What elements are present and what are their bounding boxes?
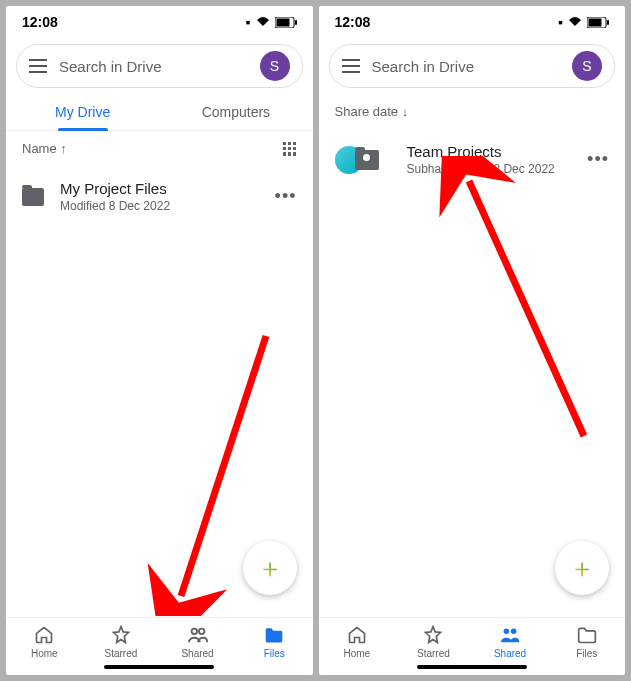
files-icon: [264, 626, 284, 644]
nav-label: Files: [264, 648, 285, 659]
files-icon: [577, 626, 597, 644]
nav-starred[interactable]: Starred: [83, 624, 160, 659]
home-icon: [347, 625, 367, 645]
nav-label: Home: [343, 648, 370, 659]
status-time: 12:08: [335, 14, 371, 30]
menu-icon[interactable]: [342, 59, 360, 73]
status-bar: 12:08 ▪: [6, 6, 313, 38]
fab-button[interactable]: ＋: [555, 541, 609, 595]
nav-shared[interactable]: Shared: [472, 624, 549, 659]
nav-shared[interactable]: Shared: [159, 624, 236, 659]
battery-icon: [275, 17, 297, 28]
nav-label: Starred: [417, 648, 450, 659]
tabs: My Drive Computers: [6, 94, 313, 131]
svg-rect-1: [276, 18, 289, 26]
nav-label: Shared: [494, 648, 526, 659]
svg-rect-7: [589, 18, 602, 26]
phone-left: 12:08 ▪ Search in Drive S My Drive Compu…: [6, 6, 313, 675]
svg-point-10: [504, 629, 510, 635]
sort-label[interactable]: Share date ↓: [335, 104, 409, 119]
svg-point-5: [198, 629, 204, 635]
search-placeholder: Search in Drive: [59, 58, 248, 75]
nav-starred[interactable]: Starred: [395, 624, 472, 659]
svg-rect-2: [295, 20, 297, 25]
home-indicator: [417, 665, 527, 669]
bottom-nav: Home Starred Shared Files: [6, 617, 313, 661]
plus-icon: ＋: [257, 551, 283, 586]
signal-icon: ▪: [558, 14, 563, 30]
file-item[interactable]: Team Projects Subham Stark • 8 Dec 2022 …: [319, 129, 626, 190]
file-item[interactable]: My Project Files Modified 8 Dec 2022 •••: [6, 166, 313, 227]
status-bar: 12:08 ▪: [319, 6, 626, 38]
search-placeholder: Search in Drive: [372, 58, 561, 75]
file-meta: Modified 8 Dec 2022: [60, 199, 259, 213]
shared-icon: [187, 625, 209, 645]
shared-icon: [499, 625, 521, 645]
svg-rect-8: [607, 20, 609, 25]
sort-label[interactable]: Name ↑: [22, 141, 67, 156]
nav-home[interactable]: Home: [6, 624, 83, 659]
fab-button[interactable]: ＋: [243, 541, 297, 595]
plus-icon: ＋: [569, 551, 595, 586]
signal-icon: ▪: [246, 14, 251, 30]
search-bar[interactable]: Search in Drive S: [329, 44, 616, 88]
nav-label: Home: [31, 648, 58, 659]
nav-label: Starred: [105, 648, 138, 659]
phone-right: 12:08 ▪ Search in Drive S Share date ↓ T…: [319, 6, 626, 675]
svg-point-11: [511, 629, 517, 635]
avatar[interactable]: S: [260, 51, 290, 81]
tab-my-drive[interactable]: My Drive: [6, 94, 159, 130]
sort-row: Share date ↓: [319, 94, 626, 129]
nav-files[interactable]: Files: [236, 624, 313, 659]
wifi-icon: [255, 16, 271, 28]
home-indicator: [104, 665, 214, 669]
tab-computers[interactable]: Computers: [159, 94, 312, 130]
file-info: My Project Files Modified 8 Dec 2022: [60, 180, 259, 213]
menu-icon[interactable]: [29, 59, 47, 73]
status-time: 12:08: [22, 14, 58, 30]
avatar[interactable]: S: [572, 51, 602, 81]
more-icon[interactable]: •••: [275, 186, 297, 207]
nav-home[interactable]: Home: [319, 624, 396, 659]
nav-label: Files: [576, 648, 597, 659]
search-bar[interactable]: Search in Drive S: [16, 44, 303, 88]
svg-point-4: [191, 629, 197, 635]
wifi-icon: [567, 16, 583, 28]
star-icon: [423, 625, 443, 645]
file-meta: Subham Stark • 8 Dec 2022: [407, 162, 572, 176]
star-icon: [111, 625, 131, 645]
shared-folder-icon: [355, 150, 379, 170]
folder-icon: [22, 188, 44, 206]
home-icon: [34, 625, 54, 645]
nav-files[interactable]: Files: [548, 624, 625, 659]
file-name: My Project Files: [60, 180, 259, 197]
view-toggle-icon[interactable]: [283, 142, 297, 156]
bottom-nav: Home Starred Shared Files: [319, 617, 626, 661]
nav-label: Shared: [181, 648, 213, 659]
file-name: Team Projects: [407, 143, 572, 160]
sort-row: Name ↑: [6, 131, 313, 166]
status-icons: ▪: [246, 14, 297, 30]
file-info: Team Projects Subham Stark • 8 Dec 2022: [407, 143, 572, 176]
status-icons: ▪: [558, 14, 609, 30]
more-icon[interactable]: •••: [587, 149, 609, 170]
battery-icon: [587, 17, 609, 28]
